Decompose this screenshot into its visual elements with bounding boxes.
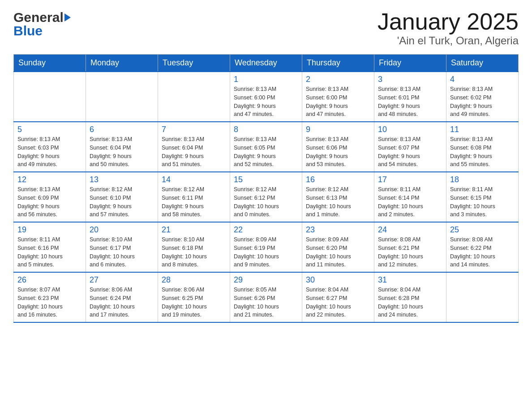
day-info: Sunrise: 8:09 AMSunset: 6:20 PMDaylight:… — [306, 235, 370, 269]
day-number: 2 — [306, 75, 370, 84]
day-info: Sunrise: 8:13 AMSunset: 6:04 PMDaylight:… — [90, 135, 154, 169]
day-cell-12: 12Sunrise: 8:13 AMSunset: 6:09 PMDayligh… — [14, 172, 86, 222]
day-info: Sunrise: 8:04 AMSunset: 6:28 PMDaylight:… — [378, 286, 442, 319]
day-number: 20 — [90, 225, 154, 235]
day-cell-18: 18Sunrise: 8:11 AMSunset: 6:15 PMDayligh… — [446, 172, 519, 222]
day-cell-1: 1Sunrise: 8:13 AMSunset: 6:00 PMDaylight… — [230, 72, 302, 122]
day-number: 3 — [378, 75, 442, 84]
day-cell-7: 7Sunrise: 8:13 AMSunset: 6:04 PMDaylight… — [158, 122, 230, 172]
day-info: Sunrise: 8:05 AMSunset: 6:26 PMDaylight:… — [234, 286, 298, 319]
week-row-5: 26Sunrise: 8:07 AMSunset: 6:23 PMDayligh… — [14, 272, 519, 322]
day-number: 30 — [306, 275, 370, 285]
day-cell-28: 28Sunrise: 8:06 AMSunset: 6:25 PMDayligh… — [158, 272, 230, 322]
day-info: Sunrise: 8:13 AMSunset: 6:00 PMDaylight:… — [234, 85, 298, 119]
day-number: 10 — [378, 125, 442, 134]
day-number: 21 — [162, 225, 226, 235]
title-area: January 2025 'Ain el Turk, Oran, Algeria — [378, 9, 519, 47]
weekday-header-thursday: Thursday — [302, 55, 374, 72]
day-cell-11: 11Sunrise: 8:13 AMSunset: 6:08 PMDayligh… — [446, 122, 519, 172]
day-number: 18 — [450, 175, 515, 184]
day-cell-21: 21Sunrise: 8:10 AMSunset: 6:18 PMDayligh… — [158, 222, 230, 272]
day-number: 26 — [17, 275, 82, 285]
day-number: 11 — [450, 125, 515, 134]
weekday-header-wednesday: Wednesday — [230, 55, 302, 72]
day-info: Sunrise: 8:13 AMSunset: 6:04 PMDaylight:… — [162, 135, 226, 169]
day-number: 27 — [90, 275, 154, 285]
week-row-1: 1Sunrise: 8:13 AMSunset: 6:00 PMDaylight… — [14, 72, 519, 122]
day-info: Sunrise: 8:13 AMSunset: 6:09 PMDaylight:… — [17, 185, 82, 219]
day-number: 12 — [17, 175, 82, 184]
weekday-header-sunday: Sunday — [14, 55, 86, 72]
day-info: Sunrise: 8:12 AMSunset: 6:11 PMDaylight:… — [162, 185, 226, 219]
day-info: Sunrise: 8:11 AMSunset: 6:15 PMDaylight:… — [450, 185, 515, 219]
day-number: 14 — [162, 175, 226, 184]
day-number: 15 — [234, 175, 298, 184]
day-number: 31 — [378, 275, 442, 285]
day-info: Sunrise: 8:06 AMSunset: 6:25 PMDaylight:… — [162, 286, 226, 319]
day-cell-19: 19Sunrise: 8:11 AMSunset: 6:16 PMDayligh… — [14, 222, 86, 272]
empty-cell — [446, 272, 519, 322]
day-info: Sunrise: 8:12 AMSunset: 6:13 PMDaylight:… — [306, 185, 370, 219]
weekday-header-monday: Monday — [86, 55, 158, 72]
logo-blue: Blue — [13, 24, 71, 38]
empty-cell — [86, 72, 158, 122]
day-number: 4 — [450, 75, 515, 84]
day-cell-27: 27Sunrise: 8:06 AMSunset: 6:24 PMDayligh… — [86, 272, 158, 322]
weekday-header-row: SundayMondayTuesdayWednesdayThursdayFrid… — [14, 55, 519, 72]
day-info: Sunrise: 8:06 AMSunset: 6:24 PMDaylight:… — [90, 286, 154, 319]
day-number: 7 — [162, 125, 226, 134]
day-cell-10: 10Sunrise: 8:13 AMSunset: 6:07 PMDayligh… — [374, 122, 446, 172]
weekday-header-friday: Friday — [374, 55, 446, 72]
day-number: 24 — [378, 225, 442, 235]
day-cell-20: 20Sunrise: 8:10 AMSunset: 6:17 PMDayligh… — [86, 222, 158, 272]
day-cell-14: 14Sunrise: 8:12 AMSunset: 6:11 PMDayligh… — [158, 172, 230, 222]
day-number: 23 — [306, 225, 370, 235]
week-row-3: 12Sunrise: 8:13 AMSunset: 6:09 PMDayligh… — [14, 172, 519, 222]
day-cell-29: 29Sunrise: 8:05 AMSunset: 6:26 PMDayligh… — [230, 272, 302, 322]
day-cell-6: 6Sunrise: 8:13 AMSunset: 6:04 PMDaylight… — [86, 122, 158, 172]
day-info: Sunrise: 8:07 AMSunset: 6:23 PMDaylight:… — [17, 286, 82, 319]
day-cell-2: 2Sunrise: 8:13 AMSunset: 6:00 PMDaylight… — [302, 72, 374, 122]
logo-arrow-icon — [64, 13, 71, 21]
day-info: Sunrise: 8:13 AMSunset: 6:02 PMDaylight:… — [450, 85, 515, 119]
day-info: Sunrise: 8:08 AMSunset: 6:21 PMDaylight:… — [378, 235, 442, 269]
day-number: 8 — [234, 125, 298, 134]
day-number: 13 — [90, 175, 154, 184]
page-subtitle: 'Ain el Turk, Oran, Algeria — [378, 34, 519, 47]
empty-cell — [158, 72, 230, 122]
day-cell-4: 4Sunrise: 8:13 AMSunset: 6:02 PMDaylight… — [446, 72, 519, 122]
day-cell-13: 13Sunrise: 8:12 AMSunset: 6:10 PMDayligh… — [86, 172, 158, 222]
day-cell-26: 26Sunrise: 8:07 AMSunset: 6:23 PMDayligh… — [14, 272, 86, 322]
day-number: 16 — [306, 175, 370, 184]
day-info: Sunrise: 8:09 AMSunset: 6:19 PMDaylight:… — [234, 235, 298, 269]
day-cell-30: 30Sunrise: 8:04 AMSunset: 6:27 PMDayligh… — [302, 272, 374, 322]
day-number: 5 — [17, 125, 82, 134]
day-info: Sunrise: 8:13 AMSunset: 6:08 PMDaylight:… — [450, 135, 515, 169]
day-info: Sunrise: 8:11 AMSunset: 6:16 PMDaylight:… — [17, 235, 82, 269]
day-info: Sunrise: 8:13 AMSunset: 6:00 PMDaylight:… — [306, 85, 370, 119]
empty-cell — [14, 72, 86, 122]
day-number: 19 — [17, 225, 82, 235]
day-number: 6 — [90, 125, 154, 134]
weekday-header-saturday: Saturday — [446, 55, 519, 72]
day-cell-9: 9Sunrise: 8:13 AMSunset: 6:06 PMDaylight… — [302, 122, 374, 172]
day-info: Sunrise: 8:13 AMSunset: 6:03 PMDaylight:… — [17, 135, 82, 169]
day-number: 17 — [378, 175, 442, 184]
day-cell-17: 17Sunrise: 8:11 AMSunset: 6:14 PMDayligh… — [374, 172, 446, 222]
day-info: Sunrise: 8:04 AMSunset: 6:27 PMDaylight:… — [306, 286, 370, 319]
day-cell-24: 24Sunrise: 8:08 AMSunset: 6:21 PMDayligh… — [374, 222, 446, 272]
day-info: Sunrise: 8:13 AMSunset: 6:06 PMDaylight:… — [306, 135, 370, 169]
weekday-header-tuesday: Tuesday — [158, 55, 230, 72]
day-number: 25 — [450, 225, 515, 235]
day-number: 22 — [234, 225, 298, 235]
page-header: General Blue January 2025 'Ain el Turk, … — [13, 9, 519, 47]
calendar-table: SundayMondayTuesdayWednesdayThursdayFrid… — [13, 54, 519, 323]
day-cell-22: 22Sunrise: 8:09 AMSunset: 6:19 PMDayligh… — [230, 222, 302, 272]
day-cell-25: 25Sunrise: 8:08 AMSunset: 6:22 PMDayligh… — [446, 222, 519, 272]
day-number: 1 — [234, 75, 298, 84]
logo: General Blue — [13, 9, 71, 38]
day-cell-8: 8Sunrise: 8:13 AMSunset: 6:05 PMDaylight… — [230, 122, 302, 172]
day-info: Sunrise: 8:11 AMSunset: 6:14 PMDaylight:… — [378, 185, 442, 219]
day-cell-16: 16Sunrise: 8:12 AMSunset: 6:13 PMDayligh… — [302, 172, 374, 222]
day-info: Sunrise: 8:13 AMSunset: 6:05 PMDaylight:… — [234, 135, 298, 169]
